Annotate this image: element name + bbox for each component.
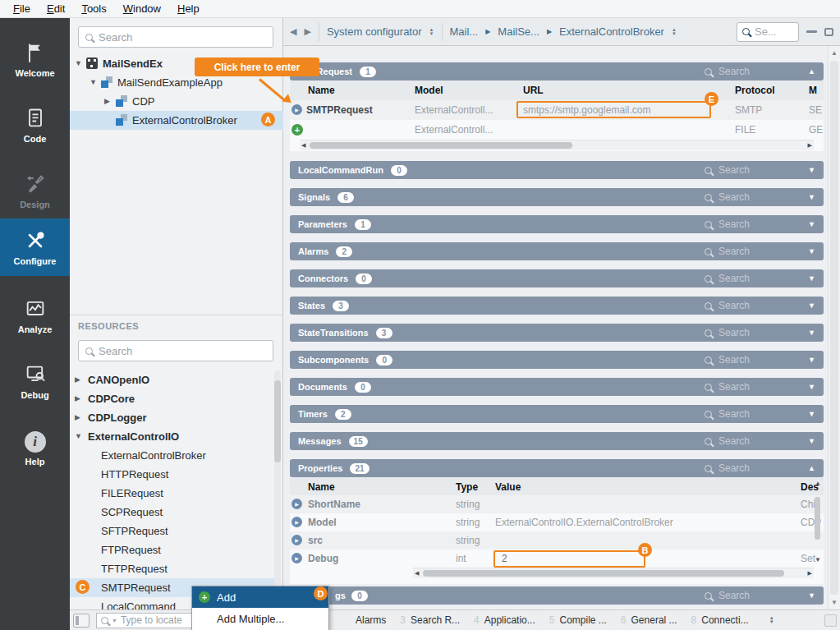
expand-icon[interactable]: ▼ — [808, 193, 815, 201]
expand-row-icon[interactable]: ▶ — [291, 104, 302, 115]
locator-input[interactable]: ▼ Type to locate — [96, 613, 203, 628]
resource-item[interactable]: SFTPRequest — [70, 522, 277, 540]
expand-row-icon[interactable]: ▶ — [291, 499, 302, 509]
collapse-icon[interactable]: ▲ — [808, 67, 815, 76]
menu-file[interactable]: File — [5, 2, 39, 16]
resource-item[interactable]: FILERequest — [70, 484, 277, 503]
section-search-input[interactable]: Search — [705, 354, 750, 366]
resource-group-externalcontrolio[interactable]: ▼ ExternalControlIO — [70, 427, 277, 446]
resources-scrollbar[interactable] — [274, 370, 281, 605]
column-header[interactable]: Model — [415, 85, 443, 96]
scroll-right-icon[interactable]: ▶ — [808, 570, 812, 577]
column-header[interactable]: Protocol — [735, 85, 775, 96]
tab-alarms[interactable]: Alarms — [351, 614, 386, 626]
section-search-input[interactable]: Search — [705, 246, 750, 257]
tab-connections[interactable]: 8Connecti... — [691, 614, 749, 626]
table-row-add[interactable]: + ExternalControll... FILE GE — [290, 120, 824, 140]
resource-group-cdpcore[interactable]: ▶ CDPCore — [70, 389, 277, 408]
resource-item[interactable]: SCPRequest — [70, 503, 277, 522]
sidebar-item-help[interactable]: i Help — [0, 422, 70, 475]
chevron-down-icon[interactable]: ▼ — [75, 59, 82, 67]
scroll-up-icon[interactable]: ▲ — [831, 49, 838, 57]
scroll-down-icon[interactable]: ▼ — [815, 556, 821, 563]
section-header-connectors[interactable]: Connectors0Search▼ — [290, 269, 824, 287]
expand-row-icon[interactable]: ▶ — [291, 553, 302, 563]
scroll-right-icon[interactable]: ▶ — [808, 142, 812, 149]
menu-window[interactable]: Window — [115, 2, 169, 16]
tree-item-externalcontrolbroker[interactable]: ExternalControlBroker — [70, 111, 283, 130]
back-button[interactable]: ◀ — [290, 26, 296, 37]
component-search-input[interactable]: Se... — [737, 22, 799, 42]
breadcrumb-item[interactable]: MailSe... — [498, 25, 539, 38]
view-selector[interactable]: System configurator — [327, 25, 422, 38]
expand-icon[interactable]: ▼ — [808, 247, 815, 255]
column-header[interactable]: URL — [523, 85, 544, 96]
section-search-input[interactable]: Search — [705, 462, 750, 474]
menu-edit[interactable]: Edit — [39, 2, 73, 16]
cell-value[interactable]: ExternalControlIO.ExternalControlBroker — [495, 517, 673, 528]
add-row-icon[interactable]: + — [291, 124, 303, 136]
expand-icon[interactable]: ▼ — [808, 591, 815, 600]
panel-button[interactable] — [824, 614, 837, 627]
main-scrollbar[interactable]: ▲ ▼ — [828, 46, 840, 609]
expand-icon[interactable]: ▼ — [808, 274, 815, 283]
sidebar-item-design[interactable]: Design — [0, 164, 70, 217]
project-search-input[interactable]: Search — [78, 26, 273, 48]
float-button[interactable] — [824, 28, 833, 36]
column-header[interactable]: Type — [456, 481, 478, 493]
section-search-input[interactable]: Search — [705, 273, 750, 284]
section-header-parameters[interactable]: Parameters1Search▼ — [290, 215, 824, 233]
section-search-input[interactable]: Search — [705, 327, 750, 338]
sidebar-item-analyze[interactable]: Analyze — [0, 289, 70, 342]
section-header-timers[interactable]: Timers2Search▼ — [290, 405, 824, 423]
section-search-input[interactable]: Search — [705, 590, 750, 601]
expand-icon[interactable]: ▼ — [808, 410, 815, 418]
expand-icon[interactable]: ▼ — [808, 437, 815, 445]
scrollbar-thumb[interactable] — [830, 61, 838, 595]
expand-icon[interactable]: ▼ — [808, 356, 815, 364]
expand-icon[interactable]: ▼ — [808, 301, 815, 310]
minimize-button[interactable] — [806, 30, 817, 33]
chevron-right-icon[interactable]: ▶ — [75, 394, 80, 402]
selector-arrows-icon[interactable]: ▲▼ — [429, 28, 434, 36]
section-header-documents[interactable]: Documents0Search▼ — [290, 378, 824, 396]
sidebar-item-debug[interactable]: Debug — [0, 355, 70, 407]
scrollbar-thumb[interactable] — [310, 142, 572, 149]
section-header-alarms[interactable]: Alarms2Search▼ — [290, 242, 824, 260]
property-row-model[interactable]: ▶ Model string ExternalControlIO.Externa… — [290, 513, 824, 531]
scroll-left-icon[interactable]: ◀ — [415, 570, 419, 577]
resource-item[interactable]: HTTPRequest — [70, 465, 277, 484]
column-header[interactable]: Value — [495, 481, 521, 493]
tabs-sort-icon[interactable]: ▲▼ — [769, 616, 774, 624]
chevron-right-icon[interactable]: ▶ — [75, 375, 80, 384]
section-search-input[interactable]: Search — [705, 300, 750, 311]
expand-icon[interactable]: ▼ — [808, 329, 815, 337]
resource-item[interactable]: FTPRequest — [70, 540, 277, 559]
section-header-statetransitions[interactable]: StateTransitions3Search▼ — [290, 324, 824, 342]
horizontal-scrollbar[interactable]: ◀ ▶ — [413, 568, 814, 578]
chevron-down-icon[interactable]: ▼ — [75, 432, 82, 440]
section-search-input[interactable]: Search — [705, 191, 750, 203]
breadcrumb-item[interactable]: ExternalControlBroker — [559, 25, 664, 38]
expand-icon[interactable]: ▼ — [808, 383, 815, 391]
section-search-input[interactable]: Search — [705, 381, 750, 393]
resource-group-cdplogger[interactable]: ▶ CDPLogger — [70, 408, 277, 427]
toggle-sidebar-icon[interactable] — [73, 614, 90, 628]
selector-arrows-icon[interactable]: ▲▼ — [672, 28, 677, 36]
section-header-urlrequest[interactable]: URLRequest 1 Search ▲ — [290, 62, 824, 80]
sidebar-item-configure[interactable]: Configure — [0, 218, 70, 276]
section-search-input[interactable]: Search — [705, 435, 750, 447]
resource-item[interactable]: ExternalControlBroker — [70, 446, 277, 465]
scrollbar-thumb[interactable] — [423, 570, 784, 577]
column-header[interactable]: Name — [308, 85, 335, 96]
tab-general-messages[interactable]: 6General ... — [621, 614, 677, 626]
column-header[interactable]: Name — [308, 481, 335, 493]
tree-item-cdp[interactable]: ▶ CDP — [70, 92, 283, 111]
scroll-up-icon[interactable]: ▲ — [815, 480, 821, 487]
collapse-icon[interactable]: ▲ — [808, 464, 815, 472]
horizontal-scrollbar[interactable]: ◀ ▶ — [300, 140, 814, 150]
scroll-down-icon[interactable]: ▼ — [831, 599, 838, 606]
forward-button[interactable]: ▶ — [304, 26, 310, 37]
expand-icon[interactable]: ▼ — [808, 220, 815, 228]
section-search-input[interactable]: Search — [705, 66, 750, 77]
